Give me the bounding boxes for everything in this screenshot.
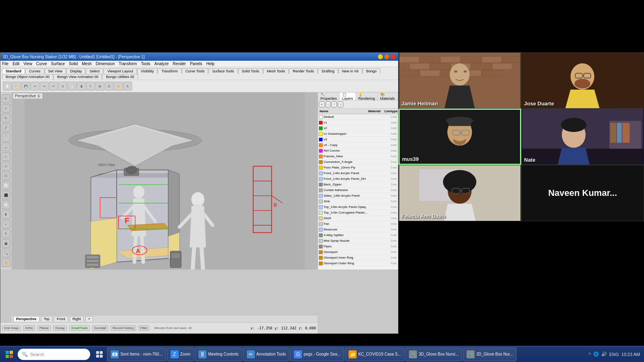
panel-tab-layers[interactable]: 📋 Layers [340, 93, 356, 100]
tb-select[interactable]: ↖ [86, 82, 95, 90]
lt-curve[interactable]: ∿ [2, 113, 10, 122]
tb-redo[interactable]: ↪ [40, 82, 49, 90]
layer-sides-acrylic[interactable]: Sides_1/8in Acrylic PanelCont. [318, 193, 398, 199]
layer-front-acrylic[interactable]: Front_1/4in Acrylic PanelCont. [318, 171, 398, 176]
tb-copy[interactable]: ⎘ [58, 82, 67, 90]
tray-icons[interactable]: ^ [589, 352, 591, 357]
lt-surface[interactable]: ⬜ [2, 181, 10, 190]
tab-set-view[interactable]: Set View [45, 68, 66, 74]
status-record-history[interactable]: Record History [111, 325, 136, 331]
tab-bongo-obj[interactable]: Bongo Object Animation 00 [2, 74, 53, 79]
status-filter[interactable]: Filter [138, 325, 150, 331]
layer-new-btn[interactable]: + [319, 101, 325, 107]
lt-circle[interactable]: ○ [2, 152, 10, 161]
video-tile-jose[interactable]: Jose Duarte [521, 52, 644, 109]
taskbar-sent-items[interactable]: 📧 Sent Items - nom-760... [107, 348, 166, 361]
lt-hatch[interactable]: ▦ [2, 239, 10, 248]
layer-reservoir[interactable]: ReservoirCont. [318, 227, 398, 232]
tab-bongo-view[interactable]: Bongo View Animation 00 [54, 74, 102, 79]
tab-bongo[interactable]: Bongo [363, 68, 380, 74]
tb-new[interactable]: 📄 [3, 82, 12, 90]
tab-surface-tools[interactable]: Surface Tools [208, 68, 237, 74]
status-gumball[interactable]: Gumball [92, 325, 108, 331]
status-grid-snap[interactable]: Grid Snap [2, 325, 21, 331]
lt-polyline[interactable]: ⌒ [2, 133, 10, 142]
tab-curves[interactable]: Curves [25, 68, 44, 74]
menu-help[interactable]: Help [206, 62, 215, 66]
lt-dimension[interactable]: ↔ [2, 220, 10, 228]
layer-default[interactable]: DefaultCont. [318, 114, 398, 120]
taskbar-covid-casa[interactable]: 📁 KC_COVID19 Casa S... [345, 348, 405, 361]
lt-sphere[interactable]: ⚪ [2, 200, 10, 209]
layer-ref-curves[interactable]: Ref CurvesCont. [318, 148, 398, 154]
tab-render-tools[interactable]: Render Tools [289, 68, 318, 74]
layer-shelf[interactable]: ShelfCont. [318, 216, 398, 221]
tb-pan[interactable]: ✋ [114, 82, 123, 90]
status-osnap[interactable]: Osnap [53, 325, 67, 331]
layer-v2[interactable]: v2Cont. [318, 125, 398, 131]
video-tile-jamie[interactable]: Jamie Heilman [398, 52, 521, 109]
lt-box[interactable]: ⬛ [2, 191, 10, 200]
layer-top-corrugated[interactable]: Top_1/4in Corrugated Plastic...Cont. [318, 210, 398, 216]
video-tile-nate[interactable]: Nate [521, 109, 644, 165]
vp-tab-top[interactable]: Top [41, 316, 53, 321]
tb-zoom-sel[interactable]: ⊡ [105, 82, 114, 90]
lt-line[interactable]: ╱ [2, 123, 10, 132]
lt-polygon[interactable]: ⬡ [2, 171, 10, 180]
panel-tab-albums[interactable]: 📷 Albums [398, 93, 398, 100]
tb-delete[interactable]: 🗑 [77, 82, 86, 90]
tab-display[interactable]: Display [66, 68, 86, 74]
layer-back-zipper[interactable]: Back_ZipperCont. [318, 182, 398, 187]
vp-tab-right[interactable]: Right [70, 316, 84, 321]
3d-model-viewport[interactable]: F A P [12, 93, 318, 269]
tab-viewport-layout[interactable]: Viewport Layout [103, 68, 136, 74]
maximize-btn[interactable] [384, 54, 389, 59]
menu-surface[interactable]: Surface [51, 62, 65, 66]
taskbar-glove-box-1[interactable]: 🦏 3D_Glove Box Nursi... [405, 348, 462, 361]
tab-transform[interactable]: Transform [158, 68, 182, 74]
layer-top-acrylic[interactable]: Top_1/8in Acrylic Panel Opaq.Cont. [318, 204, 398, 210]
menu-file[interactable]: File [2, 62, 8, 66]
task-view-btn[interactable] [93, 348, 106, 361]
start-button[interactable] [2, 348, 17, 361]
layer-v1-grasshopper[interactable]: v1 GrasshopperCont. [318, 131, 398, 137]
lt-text[interactable]: T [2, 229, 10, 238]
tab-mesh-tools[interactable]: Mesh Tools [263, 68, 289, 74]
layer-gloveport-plastic[interactable]: Gloveport PlasticCont. [318, 266, 398, 267]
layer-v4-copy[interactable]: v4 - CopyCont. [318, 142, 398, 148]
taskbar-glove-box-2[interactable]: 🦏 3D_Glove Box Nur... [463, 348, 516, 361]
tb-rotate[interactable]: ↻ [123, 82, 132, 90]
layer-gloveport-inner[interactable]: Gloveport Inner RingCont. [318, 255, 398, 261]
tab-visibility[interactable]: Visibility [137, 68, 157, 74]
tab-drafting[interactable]: Drafting [318, 68, 338, 74]
layer-frames[interactable]: Frames_NewCont. [318, 154, 398, 159]
lt-pan2[interactable]: ✋ [2, 258, 10, 267]
status-planar[interactable]: Planar [37, 325, 51, 331]
lt-select[interactable]: ↖ [2, 94, 10, 103]
taskbar-meeting-controls[interactable]: 🎛 Meeting Controls [195, 348, 242, 361]
taskbar-search[interactable]: 🔍 Search [18, 349, 90, 360]
vp-tab-front[interactable]: Front [54, 316, 68, 321]
layer-pipes[interactable]: PipesCont. [318, 244, 398, 249]
layer-move-down-btn[interactable]: ↓ [338, 101, 343, 107]
menu-solid[interactable]: Solid [69, 62, 78, 66]
taskbar-zoom[interactable]: Z Zoom [167, 348, 194, 361]
tab-curve-tools[interactable]: Curve Tools [182, 68, 208, 74]
layer-delete-btn[interactable]: - [326, 101, 331, 107]
video-tile-felecia[interactable]: Felecia Ann Davis [398, 165, 521, 221]
layer-floor-plate[interactable]: Floor Plate_10mm PlyCont. [318, 165, 398, 171]
layer-gloveport[interactable]: GloveportCont. [318, 249, 398, 255]
tab-solid-tools[interactable]: Solid Tools [238, 68, 263, 74]
layer-v3[interactable]: v3Cont. [318, 137, 398, 142]
layer-sink[interactable]: SinkCont. [318, 199, 398, 204]
layer-v1[interactable]: v1Cont. [318, 120, 398, 125]
video-tile-naveen[interactable]: Naveen Kumar... [521, 165, 644, 221]
lt-extrude[interactable]: ⬆ [2, 210, 10, 219]
menu-analyze[interactable]: Analyze [155, 62, 169, 66]
layer-move-up-btn[interactable]: ↑ [331, 101, 337, 107]
layer-gloveport-outer[interactable]: Gloveport Outer RingCont. [318, 261, 398, 266]
tb-paste[interactable]: 📋 [68, 82, 76, 90]
lt-zoom[interactable]: 🔍 [2, 249, 10, 257]
lt-rectangle[interactable]: □ [2, 162, 10, 171]
tb-save[interactable]: 💾 [21, 82, 30, 90]
